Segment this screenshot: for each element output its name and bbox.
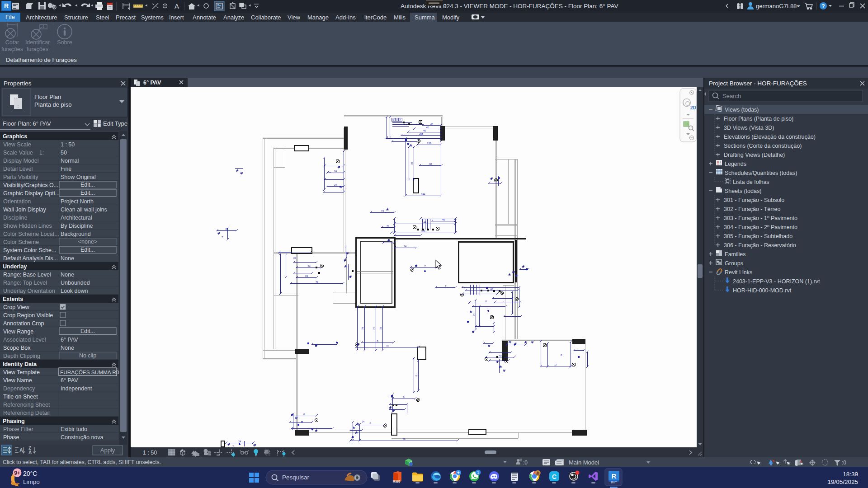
svg-text:Graphics: Graphics	[3, 133, 27, 140]
svg-text:Look down: Look down	[61, 288, 88, 294]
svg-text:HOR-HID-000-MOD.rvt: HOR-HID-000-MOD.rvt	[733, 287, 792, 294]
svg-text:Phase: Phase	[3, 434, 19, 441]
svg-text:Edit...: Edit...	[80, 328, 95, 334]
svg-text:None: None	[61, 272, 74, 278]
svg-text:6° PAV: 6° PAV	[143, 80, 161, 86]
svg-text:Structure: Structure	[64, 14, 88, 21]
svg-text:Background: Background	[61, 231, 91, 237]
svg-text:Fine: Fine	[61, 166, 71, 172]
svg-text:Phasing: Phasing	[3, 418, 25, 424]
svg-text:Collaborate: Collaborate	[251, 14, 281, 21]
svg-text:View Range: View Range	[3, 328, 33, 335]
svg-text:Families: Families	[725, 251, 746, 258]
svg-text:Scope Box: Scope Box	[3, 345, 31, 351]
svg-text:Wall Join Display: Wall Join Display	[3, 206, 46, 213]
svg-text:Associated Level: Associated Level	[3, 337, 46, 343]
svg-text:18:39: 18:39	[843, 471, 858, 478]
svg-text::0: :0	[842, 460, 846, 466]
svg-text:Dependency: Dependency	[3, 385, 35, 392]
svg-text:Normal: Normal	[61, 158, 79, 164]
svg-text:Graphic Display Opti...: Graphic Display Opti...	[3, 190, 60, 197]
svg-text:Edit...: Edit...	[80, 190, 95, 196]
svg-text:Planta de piso: Planta de piso	[34, 101, 71, 108]
svg-text:Limpo: Limpo	[23, 479, 40, 485]
svg-text:View Template: View Template	[3, 369, 40, 375]
svg-text:Analyze: Analyze	[223, 14, 244, 21]
svg-text:Detail Level: Detail Level	[3, 166, 33, 172]
svg-text:By Discipline: By Discipline	[61, 223, 93, 229]
svg-text:6° PAV: 6° PAV	[61, 337, 78, 343]
svg-text:302 - Furação - Térreo: 302 - Furação - Térreo	[724, 206, 781, 212]
svg-text:RVT: RVT	[611, 481, 617, 484]
svg-text:Architecture: Architecture	[26, 14, 57, 21]
svg-text:Properties: Properties	[4, 80, 32, 87]
svg-text:305 - Furação - Subtelhado: 305 - Furação - Subtelhado	[724, 233, 793, 239]
svg-text:Discipline: Discipline	[3, 215, 28, 221]
svg-text:Referencing Sheet: Referencing Sheet	[3, 402, 50, 408]
svg-text:Unbounded: Unbounded	[61, 280, 90, 286]
svg-text:Underlay Orientation: Underlay Orientation	[3, 288, 55, 294]
svg-text:A: A	[175, 2, 179, 10]
svg-text:Main Model: Main Model	[569, 459, 599, 466]
svg-text:Annotate: Annotate	[193, 14, 216, 21]
svg-text:Edit...: Edit...	[80, 247, 95, 253]
svg-text:Floor Plan: 6° PAV: Floor Plan: 6° PAV	[3, 120, 51, 127]
svg-text:Architectural: Architectural	[61, 215, 92, 221]
svg-text:Clean all wall joins: Clean all wall joins	[61, 206, 107, 213]
svg-text:View Name: View Name	[3, 377, 32, 384]
svg-text:Pesquisar: Pesquisar	[282, 474, 310, 481]
svg-text:Extents: Extents	[3, 296, 23, 302]
svg-text:Color Scheme Locat...: Color Scheme Locat...	[3, 231, 59, 237]
svg-text:301 - Furação - Subsolo: 301 - Furação - Subsolo	[724, 197, 784, 203]
svg-text:Independent: Independent	[61, 385, 92, 392]
svg-text:Cotar: Cotar	[5, 39, 19, 46]
svg-text:Project North: Project North	[61, 198, 94, 205]
svg-text:Scale Value 1:: Scale Value 1:	[3, 150, 44, 156]
svg-text:024.3 - VIEWER MODE - HOR-FURA: 024.3 - VIEWER MODE - HOR-FURAÇÕES - Flo…	[443, 3, 618, 9]
svg-text:furações: furações	[27, 46, 48, 52]
svg-text:Construção nova: Construção nova	[61, 434, 104, 441]
svg-text:Elevations (Elevação da constr: Elevations (Elevação da construção)	[724, 134, 816, 140]
svg-text:View: View	[288, 14, 301, 21]
svg-text:M365: M365	[393, 480, 401, 483]
svg-text:Annotation Crop: Annotation Crop	[3, 320, 44, 327]
svg-text:Groups: Groups	[725, 260, 743, 267]
svg-text:1 : 50: 1 : 50	[61, 141, 75, 148]
svg-text:Steel: Steel	[96, 14, 109, 21]
svg-text:Precast: Precast	[116, 14, 136, 21]
svg-text:iterCode: iterCode	[364, 14, 387, 21]
svg-text:Edit Type: Edit Type	[103, 120, 127, 127]
svg-text:Project Browser - HOR-FURAÇÕES: Project Browser - HOR-FURAÇÕES	[709, 80, 807, 87]
svg-text:304 - Furação - 2º Pavimento: 304 - Furação - 2º Pavimento	[724, 224, 797, 230]
svg-text:R: R	[612, 472, 617, 480]
svg-text:Search: Search	[722, 93, 741, 99]
svg-text:furações: furações	[1, 46, 23, 52]
svg-text:Crop View: Crop View	[3, 304, 29, 310]
svg-text:1: 1	[42, 24, 44, 29]
svg-text:303 - Furação - 1º Pavimento: 303 - Furação - 1º Pavimento	[724, 215, 797, 221]
svg-text:20°C: 20°C	[23, 470, 37, 477]
svg-text:None: None	[61, 255, 74, 262]
svg-text:2403-1-EPP-V3 - HORIZON (1).rv: 2403-1-EPP-V3 - HORIZON (1).rvt	[733, 278, 820, 285]
svg-text:FURAÇÕES SUMMA R01: FURAÇÕES SUMMA R01	[60, 369, 122, 375]
svg-text:19/05/2025: 19/05/2025	[827, 479, 858, 485]
svg-text:Lista de folhas: Lista de folhas	[733, 179, 769, 185]
svg-text:R: R	[4, 2, 9, 9]
svg-text:2D: 2D	[690, 105, 696, 110]
svg-text:306 - Furação - Reservatório: 306 - Furação - Reservatório	[724, 242, 796, 249]
svg-text:No clip: No clip	[79, 352, 96, 359]
svg-text:<none>: <none>	[78, 239, 97, 245]
svg-text:Manage: Manage	[307, 14, 329, 21]
svg-text:Identificar: Identificar	[25, 39, 50, 46]
svg-text:Sobre: Sobre	[57, 39, 72, 46]
svg-text:None: None	[61, 345, 74, 351]
svg-text:Show Original: Show Original	[61, 174, 96, 180]
svg-text:3D Views (Vista 3D): 3D Views (Vista 3D)	[724, 125, 774, 131]
svg-text:Color Scheme: Color Scheme	[3, 239, 39, 245]
svg-text:Visibility/Graphics O...: Visibility/Graphics O...	[3, 182, 58, 188]
svg-text:Orientation: Orientation	[3, 198, 31, 205]
svg-text:Referencing Detail: Referencing Detail	[3, 410, 50, 416]
svg-text:Sheets (todas): Sheets (todas)	[725, 188, 761, 194]
svg-text:Views (todas): Views (todas)	[725, 107, 759, 113]
svg-text:System Color Sche...: System Color Sche...	[3, 247, 56, 253]
